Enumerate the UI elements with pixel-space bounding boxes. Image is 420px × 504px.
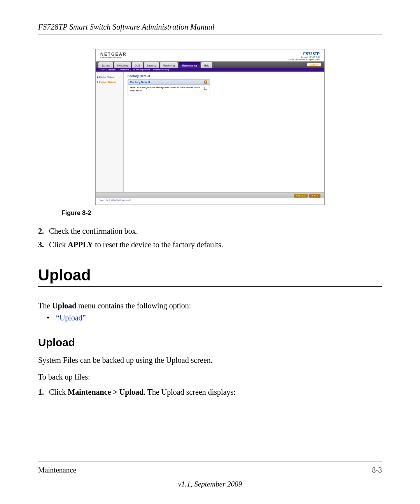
tab-monitoring[interactable]: Monitoring [160,62,178,68]
panel-header-text: Factory Default [130,81,150,84]
product-info: FS728TP 24-port 10/100 PoE Smart Switch … [288,52,320,61]
subsection-heading-upload: Upload [38,336,382,349]
subtab-upload[interactable]: Upload [108,68,116,71]
panel-title: Factory Default [128,74,320,78]
steps-list-a: 2. Check the confirmation box. 3. Click … [38,225,382,251]
tab-switching[interactable]: Switching [114,62,131,68]
paragraph: The Upload menu contains the following o… [38,300,382,312]
steps-list-b: 1. Click Maintenance > Upload. The Uploa… [38,386,382,398]
step-number: 3. [38,239,49,251]
tab-help[interactable]: Help [201,62,212,68]
panel-body: Note: all configuration settings will re… [128,85,210,95]
subtab-troubleshooting[interactable]: Troubleshooting [153,68,170,71]
running-header: FS728TP Smart Switch Software Administra… [38,23,382,35]
main-tabs: System Switching QoS Security Monitoring… [96,61,324,68]
sidebar-item-factory-default[interactable]: Factory Default [97,80,122,84]
sub-tabs: Reset|Upload|Download|File Management|Tr… [96,68,324,72]
step-text: Click Maintenance > Upload. The Upload s… [49,386,236,398]
step-number: 1. [38,386,49,398]
subtab-file-management[interactable]: File Management [132,68,150,71]
page-footer: Maintenance 8-3 v1.1, September 2009 [38,462,382,488]
cancel-button[interactable]: CANCEL [294,194,307,198]
footer-left: Maintenance [38,466,76,474]
tab-security[interactable]: Security [144,62,159,68]
tab-qos[interactable]: QoS [132,62,143,68]
paragraph: To back up files: [38,371,382,383]
step-number: 2. [38,225,49,237]
sidebar: Device Reboot Factory Default [96,72,124,192]
confirmation-checkbox[interactable] [204,87,207,90]
embedded-screenshot: NETGEAR Connect with Innovation FS728TP … [95,49,325,205]
apply-button[interactable]: APPLY [309,194,320,198]
product-model: FS728TP [288,52,320,56]
brand-tagline: Connect with Innovation [100,56,127,59]
panel-note-text: Note: all configuration settings will re… [130,86,202,93]
tab-system[interactable]: System [98,62,113,68]
help-icon[interactable]: ? [204,80,207,84]
bullet-item: • “Upload” [47,313,382,322]
step-text: Check the confirmation box. [49,225,138,237]
panel-header-bar: Factory Default ? [128,79,210,85]
product-desc-2: Smart Switch with 4 Gigabit ports [288,58,320,61]
brand-text: NETGEAR [100,52,127,56]
logout-button[interactable]: LOGOUT [307,63,321,66]
main-panel: Factory Default Factory Default ? Note: … [124,72,324,192]
button-bar: CANCEL APPLY [96,192,324,198]
step-text: Click APPLY to reset the device to the f… [49,239,223,251]
paragraph: System Files can be backed up using the … [38,354,382,366]
tab-maintenance[interactable]: Maintenance [178,62,200,68]
footer-version: v1.1, September 2009 [38,480,382,488]
copyright-text: Copyright © 1996-2007 Netgear® [96,198,324,201]
footer-right: 8-3 [372,466,382,474]
subtab-reset[interactable]: Reset [99,68,105,71]
figure-caption: Figure 8-2 [61,210,382,217]
sidebar-item-device-reboot[interactable]: Device Reboot [97,75,122,79]
subtab-download[interactable]: Download [118,68,129,71]
upload-link[interactable]: “Upload” [56,313,86,322]
section-heading-upload: Upload [38,266,382,287]
netgear-logo: NETGEAR Connect with Innovation [100,52,127,59]
